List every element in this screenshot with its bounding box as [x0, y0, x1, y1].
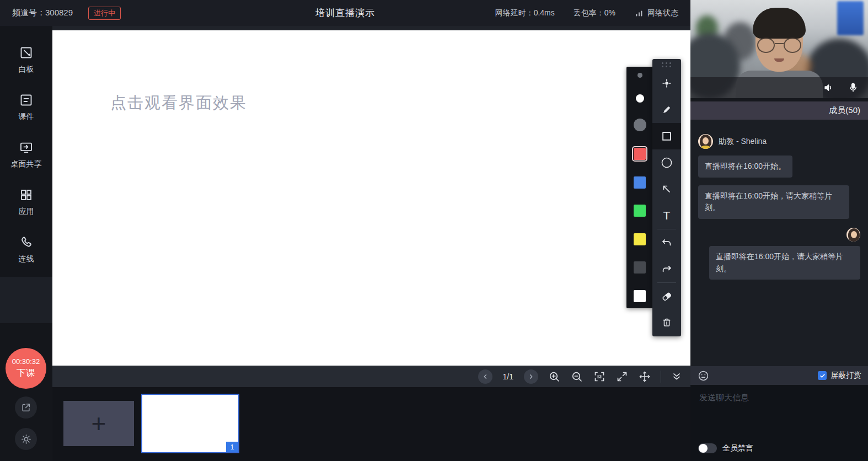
brush-size-medium-selected[interactable] — [636, 94, 644, 103]
top-bar: 频道号：300829 进行中 培训直播演示 网络延时：0.4ms 丢包率：0% … — [0, 0, 690, 26]
sidebar-highlight — [0, 277, 52, 323]
color-swatch-gray[interactable] — [634, 261, 646, 274]
zoom-in-button[interactable] — [548, 370, 561, 383]
page-indicator: 1/1 — [503, 372, 513, 381]
right-panel: 成员(50) 助教 - Shelina 直播即将在16:00开始。 直播即将在1… — [690, 0, 868, 461]
external-link-icon — [20, 402, 31, 413]
latency-stat: 网络延时：0.4ms — [495, 8, 555, 18]
settings-button[interactable] — [15, 428, 37, 450]
self-message-row: 直播即将在16:00开始，请大家稍等片刻。 — [698, 246, 860, 280]
whiteboard-icon — [19, 45, 34, 60]
sidebar-item-courseware[interactable]: 课件 — [0, 83, 52, 131]
color-swatch-blue[interactable] — [634, 176, 646, 189]
chat-input[interactable] — [690, 385, 868, 424]
microphone-icon[interactable] — [847, 82, 859, 94]
fullscreen-button[interactable] — [615, 370, 629, 383]
arrow-tool[interactable] — [652, 176, 681, 202]
rectangle-icon — [661, 130, 673, 142]
color-swatch-white[interactable] — [634, 290, 646, 302]
prev-page-button[interactable] — [478, 369, 492, 384]
courseware-icon — [19, 93, 34, 108]
next-page-button[interactable] — [524, 369, 538, 384]
toolbar-drag-handle[interactable] — [652, 59, 681, 70]
sender-name: 助教 - Shelina — [719, 137, 767, 147]
sidebar-item-whiteboard[interactable]: 白板 — [0, 36, 52, 83]
sidebar-item-label: 白板 — [19, 65, 34, 74]
board-area: 点击观看界面效果 — [52, 26, 690, 366]
mute-all-toggle[interactable] — [698, 443, 717, 453]
assistant-avatar — [698, 134, 713, 149]
page-number-badge: 1 — [226, 442, 238, 452]
collapse-bar-button[interactable] — [671, 371, 683, 383]
arrow-up-left-icon — [661, 183, 673, 195]
circle-tool[interactable] — [652, 149, 681, 176]
sidebar-item-label: 应用 — [19, 207, 34, 217]
chat-input-area: 全员禁言 — [690, 385, 868, 461]
laser-pointer-tool[interactable] — [652, 70, 681, 97]
block-tips-checkbox[interactable]: 屏蔽打赏 — [818, 371, 861, 380]
sidebar-item-label: 连线 — [19, 254, 34, 264]
sidebar-item-label: 课件 — [19, 112, 34, 122]
page-title: 培训直播演示 — [315, 7, 375, 19]
controlbar-divider — [661, 371, 661, 383]
speaker-icon[interactable] — [823, 82, 835, 94]
zoom-out-button[interactable] — [570, 370, 583, 383]
color-swatch-red[interactable] — [634, 148, 646, 160]
chat-sender-row: 助教 - Shelina — [698, 134, 860, 149]
rectangle-tool[interactable] — [652, 123, 681, 149]
chevron-left-icon — [481, 373, 489, 380]
board-control-bar: 1/1 — [52, 366, 690, 387]
presenter-video[interactable] — [690, 0, 868, 98]
mute-all-row: 全员禁言 — [698, 443, 753, 453]
sidebar-item-apps[interactable]: 应用 — [0, 178, 52, 226]
circle-icon — [660, 156, 673, 169]
chat-message: 直播即将在16:00开始，请大家稍等片刻。 — [709, 246, 860, 280]
sidebar-item-call[interactable]: 连线 — [0, 226, 52, 273]
color-swatch-green[interactable] — [634, 205, 646, 217]
sidebar-item-label: 桌面共享 — [11, 159, 42, 169]
members-count-label: 成员(50) — [829, 105, 860, 116]
pen-icon — [661, 104, 673, 116]
text-tool[interactable]: T — [652, 202, 681, 229]
chevron-right-icon — [527, 373, 535, 380]
whiteboard-canvas[interactable]: 点击观看界面效果 — [52, 30, 690, 366]
add-page-button[interactable]: + — [63, 401, 134, 446]
chat-toolbar: 屏蔽打赏 — [690, 366, 868, 385]
gear-icon — [20, 433, 32, 445]
brush-size-small[interactable] — [637, 73, 642, 78]
network-bars-icon — [634, 8, 644, 18]
pan-tool-button[interactable] — [638, 370, 651, 383]
channel-number: 频道号：300829 — [12, 8, 73, 18]
live-classroom-app: 频道号：300829 进行中 培训直播演示 网络延时：0.4ms 丢包率：0% … — [0, 0, 868, 461]
eraser-tool[interactable] — [652, 283, 681, 309]
sidebar-item-screen-share[interactable]: 桌面共享 — [0, 131, 52, 178]
brush-size-large[interactable] — [634, 119, 646, 131]
open-external-button[interactable] — [15, 396, 37, 419]
mute-all-label: 全员禁言 — [722, 443, 753, 453]
redo-button[interactable] — [652, 256, 681, 282]
clear-board-button[interactable] — [652, 309, 681, 336]
page-filmstrip: + 1 — [52, 387, 690, 461]
whiteboard-hint-text: 点击观看界面效果 — [110, 92, 247, 114]
pen-tool[interactable] — [652, 97, 681, 123]
members-header[interactable]: 成员(50) — [690, 101, 868, 120]
video-control-strip — [690, 77, 868, 98]
plus-icon: + — [92, 411, 106, 436]
drag-dots-icon — [662, 62, 672, 67]
end-class-label: 下课 — [17, 367, 35, 379]
redo-icon — [661, 263, 673, 275]
status-badge: 进行中 — [88, 7, 121, 20]
class-timer: 00:30:32 — [12, 357, 40, 366]
chat-message-list[interactable]: 助教 - Shelina 直播即将在16:00开始。 直播即将在16:00开始，… — [690, 120, 868, 366]
actual-size-button[interactable] — [593, 370, 606, 383]
undo-button[interactable] — [652, 229, 681, 256]
emoji-button[interactable] — [697, 369, 710, 382]
page-thumbnail[interactable]: 1 — [141, 394, 239, 453]
end-class-button[interactable]: 00:30:32 下课 — [6, 348, 46, 389]
toggle-knob — [699, 444, 708, 453]
color-swatch-yellow[interactable] — [634, 233, 646, 245]
text-tool-icon: T — [663, 209, 671, 222]
apps-grid-icon — [19, 187, 34, 202]
network-status[interactable]: 网络状态 — [634, 8, 678, 18]
self-avatar-row — [698, 228, 860, 242]
